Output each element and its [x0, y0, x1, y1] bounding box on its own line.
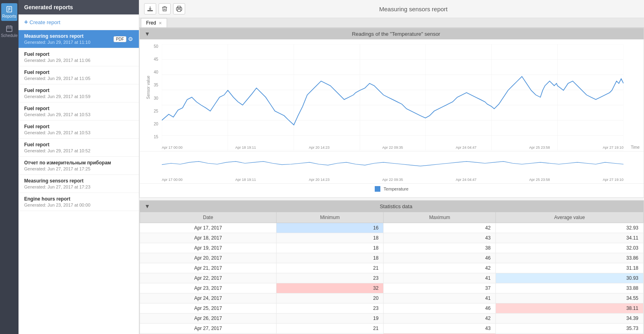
temperature-chart-section: ▼ Readings of the "Temperature" sensor S…	[139, 28, 644, 198]
temperature-chart-svg	[162, 44, 623, 150]
chart-container: Sensor value 50 45 40 35 30 25 20 15	[140, 39, 644, 197]
tab-fred[interactable]: Fred ✕	[141, 18, 167, 27]
report-item-6[interactable]: Fuel report Generated: Jun 29, 2017 at 1…	[19, 121, 139, 139]
report-name-3: Fuel report	[24, 70, 133, 75]
report-date-8: Generated: Jun 27, 2017 at 17:25	[24, 166, 133, 171]
report-name-10: Engine hours report	[24, 196, 133, 202]
col-avg: Average value	[495, 212, 643, 223]
stats-row: Apr 17, 2017164232.93	[140, 223, 644, 233]
nav-item-schedule[interactable]: Schedule	[1, 23, 17, 40]
legend-color-temperature	[375, 186, 380, 192]
stats-row: Apr 27, 2017214335.73	[140, 324, 644, 334]
download-button[interactable]	[144, 3, 156, 14]
create-report-section: + Create report	[19, 14, 139, 30]
main-area: Measuring sensors report Fred ✕ ▼ Readin…	[139, 0, 644, 334]
report-item-2[interactable]: Fuel report Generated: Jun 29, 2017 at 1…	[19, 48, 139, 66]
report-item-8[interactable]: Отчет по измерительным приборам Generate…	[19, 157, 139, 175]
time-axis-label: Time	[631, 145, 640, 150]
delete-button[interactable]	[159, 3, 171, 14]
stats-row: Apr 23, 2017323733.88	[140, 283, 644, 293]
report-date-10: Generated: Jun 23, 2017 at 00:00	[24, 203, 133, 207]
sidebar: Generated reports + Create report Measur…	[19, 0, 139, 334]
stats-row: Apr 22, 2017234130.93	[140, 273, 644, 283]
report-date-5: Generated: Jun 29, 2017 at 10:53	[24, 112, 133, 117]
svg-rect-9	[178, 9, 181, 11]
svg-rect-4	[6, 26, 12, 32]
sidebar-list: Measuring sensors report Generated: Jun …	[19, 30, 139, 334]
stats-row: Apr 21, 2017214231.18	[140, 263, 644, 273]
x-axis-labels-mini: Apr 17 00:00 Apr 18 19:11 Apr 20 14:23 A…	[162, 178, 623, 182]
stats-header-row: Date Minimum Maximum Average value	[140, 212, 644, 223]
nav-item-schedule-label: Schedule	[1, 33, 18, 38]
legend-label-temperature: Temperature	[384, 186, 409, 191]
chart-legend: Temperature	[140, 183, 644, 194]
main-chart: Sensor value 50 45 40 35 30 25 20 15	[140, 43, 644, 151]
report-name-9: Measuring sensors report	[24, 178, 133, 184]
chart-section-header: ▼ Readings of the "Temperature" sensor	[140, 28, 644, 39]
report-date-2: Generated: Jun 29, 2017 at 11:06	[24, 58, 133, 63]
report-date-9: Generated: Jun 27, 2017 at 17:23	[24, 184, 133, 189]
create-report-label: Create report	[29, 19, 60, 25]
report-content: ▼ Readings of the "Temperature" sensor S…	[139, 28, 644, 334]
chart-toggle-icon[interactable]: ▼	[144, 31, 150, 37]
report-date-4: Generated: Jun 29, 2017 at 10:59	[24, 94, 133, 99]
stats-row: Apr 18, 2017184334.11	[140, 233, 644, 243]
report-date-1: Generated: Jun 29, 2017 at 11:10	[24, 40, 91, 45]
main-title: Measuring sensors report	[188, 6, 639, 12]
col-max: Maximum	[384, 212, 496, 223]
gear-button-1[interactable]: ⚙	[128, 36, 133, 42]
stats-section: ▼ Statistics data Date Minimum Maximum A…	[139, 200, 644, 334]
report-name-4: Fuel report	[24, 88, 133, 93]
report-name-6: Fuel report	[24, 124, 133, 129]
stats-section-title: Statistics data	[153, 203, 639, 209]
report-name-1: Measuring sensors report	[24, 33, 91, 39]
report-item-7[interactable]: Fuel report Generated: Jun 29, 2017 at 1…	[19, 139, 139, 157]
tab-label: Fred	[146, 20, 156, 26]
nav-icons: Reports Schedule	[0, 0, 19, 334]
stats-row: Apr 26, 2017194234.39	[140, 314, 644, 324]
report-item-1[interactable]: Measuring sensors report Generated: Jun …	[19, 30, 139, 48]
tab-bar: Fred ✕	[139, 18, 644, 28]
stats-row: Apr 24, 2017204134.55	[140, 293, 644, 303]
mini-chart-svg	[162, 153, 623, 176]
report-item-4[interactable]: Fuel report Generated: Jun 29, 2017 at 1…	[19, 84, 139, 102]
nav-item-reports-label: Reports	[2, 14, 16, 18]
report-item-5[interactable]: Fuel report Generated: Jun 29, 2017 at 1…	[19, 102, 139, 121]
print-button[interactable]	[173, 3, 185, 14]
sidebar-header: Generated reports	[19, 0, 139, 14]
col-min: Minimum	[276, 212, 383, 223]
report-date-3: Generated: Jun 29, 2017 at 11:05	[24, 76, 133, 81]
pdf-button-1[interactable]: PDF	[114, 36, 126, 42]
chart-section-title: Readings of the "Temperature" sensor	[153, 31, 639, 37]
tab-close-icon[interactable]: ✕	[159, 21, 162, 25]
sidebar-title: Generated reports	[24, 4, 73, 10]
stats-toggle-icon[interactable]: ▼	[144, 203, 150, 209]
main-toolbar: Measuring sensors report	[139, 0, 644, 18]
report-item-10[interactable]: Engine hours report Generated: Jun 23, 2…	[19, 193, 139, 211]
report-date-7: Generated: Jun 29, 2017 at 10:52	[24, 148, 133, 153]
stats-section-header: ▼ Statistics data	[140, 201, 644, 212]
stats-row: Apr 25, 2017234638.11	[140, 303, 644, 314]
x-axis-labels: Apr 17 00:00 Apr 18 19:11 Apr 20 14:23 A…	[162, 145, 623, 150]
report-item-9[interactable]: Measuring sensors report Generated: Jun …	[19, 175, 139, 193]
nav-item-reports[interactable]: Reports	[1, 3, 17, 21]
report-item-3[interactable]: Fuel report Generated: Jun 29, 2017 at 1…	[19, 66, 139, 84]
report-name-5: Fuel report	[24, 106, 133, 111]
create-report-link[interactable]: + Create report	[24, 18, 133, 26]
mini-chart: Apr 17 00:00 Apr 18 19:11 Apr 20 14:23 A…	[140, 151, 644, 183]
stats-table: Date Minimum Maximum Average value Apr 1…	[140, 212, 644, 334]
col-date: Date	[140, 212, 277, 223]
report-name-8: Отчет по измерительным приборам	[24, 160, 133, 166]
stats-row: Apr 19, 2017183832.03	[140, 243, 644, 253]
report-date-6: Generated: Jun 29, 2017 at 10:53	[24, 130, 133, 135]
report-actions-1: PDF ⚙	[114, 36, 133, 42]
y-axis-labels: 50 45 40 35 30 25 20 15	[140, 44, 160, 139]
report-name-2: Fuel report	[24, 51, 133, 57]
report-name-7: Fuel report	[24, 142, 133, 148]
stats-row: Apr 20, 2017184633.86	[140, 253, 644, 263]
